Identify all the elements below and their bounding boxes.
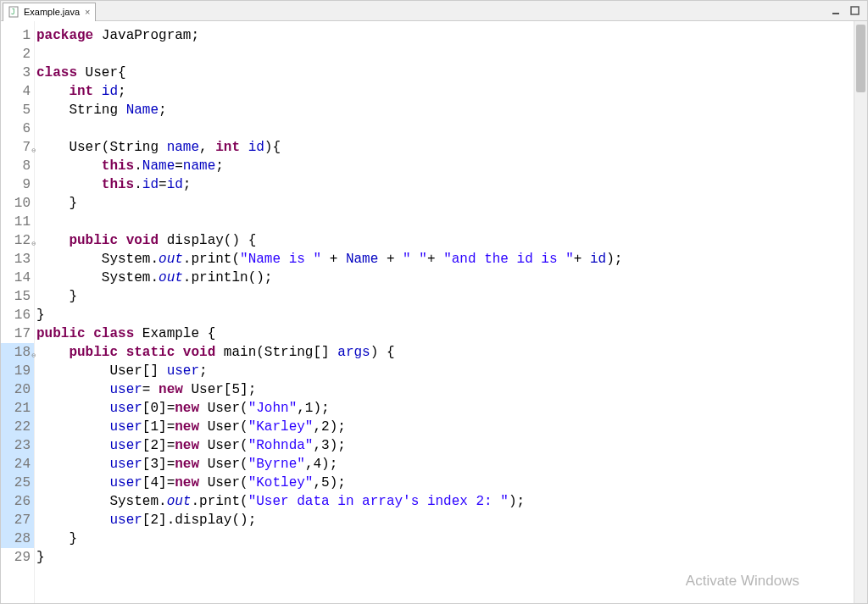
line-number: 19 xyxy=(1,362,34,380)
line-number: 16 xyxy=(1,306,34,324)
code-line[interactable]: } xyxy=(36,529,854,548)
code-line[interactable]: this.id=id; xyxy=(36,175,854,194)
line-number: 8 xyxy=(1,157,34,175)
line-number: 28 xyxy=(1,529,34,548)
code-line[interactable]: public static void main(String[] args) { xyxy=(36,343,854,362)
close-icon[interactable]: × xyxy=(83,7,92,17)
code-line[interactable]: user[0]=new User("John",1); xyxy=(36,399,854,418)
line-number: 20 xyxy=(1,380,34,399)
line-number: 22 xyxy=(1,418,34,436)
minimize-button[interactable] xyxy=(830,5,843,17)
java-file-icon: J xyxy=(8,6,20,18)
code-line[interactable]: public class Example { xyxy=(36,324,854,343)
line-number-gutter: 1234567⊖89101112⊖131415161718⊖1920212223… xyxy=(1,21,35,603)
code-line[interactable]: System.out.print("Name is " + Name + " "… xyxy=(36,250,854,269)
code-line[interactable]: user[2].display(); xyxy=(36,511,854,529)
line-number: 6 xyxy=(1,119,34,138)
code-line[interactable]: } xyxy=(36,194,854,213)
line-number: 27 xyxy=(1,511,34,529)
code-line[interactable]: user[4]=new User("Kotley",5); xyxy=(36,474,854,492)
editor-area: 1234567⊖89101112⊖131415161718⊖1920212223… xyxy=(1,21,867,603)
code-line[interactable]: user[1]=new User("Karley",2); xyxy=(36,418,854,436)
svg-text:J: J xyxy=(11,8,15,16)
code-line[interactable]: user[3]=new User("Byrne",4); xyxy=(36,455,854,474)
line-number: 9 xyxy=(1,175,34,194)
line-number: 29 xyxy=(1,548,34,567)
svg-rect-2 xyxy=(832,13,839,14)
tab-label: Example.java xyxy=(24,7,80,17)
line-number: 7⊖ xyxy=(1,138,34,157)
code-editor[interactable]: package JavaProgram; class User{ int id;… xyxy=(35,21,854,603)
maximize-button[interactable] xyxy=(849,5,862,17)
line-number: 15 xyxy=(1,287,34,306)
line-number: 18⊖ xyxy=(1,343,34,362)
line-number: 2 xyxy=(1,45,34,64)
line-number: 17 xyxy=(1,324,34,343)
code-line[interactable]: user[2]=new User("Rohnda",3); xyxy=(36,436,854,455)
code-line[interactable]: System.out.print("User data in array's i… xyxy=(36,492,854,511)
line-number: 1 xyxy=(1,26,34,45)
code-line[interactable]: String Name; xyxy=(36,101,854,119)
vertical-scrollbar[interactable] xyxy=(854,21,867,603)
line-number: 4 xyxy=(1,82,34,101)
window-controls xyxy=(830,5,867,17)
code-line[interactable]: this.Name=name; xyxy=(36,157,854,175)
code-line[interactable]: user= new User[5]; xyxy=(36,380,854,399)
code-line[interactable]: User[] user; xyxy=(36,362,854,380)
editor-tab[interactable]: J Example.java × xyxy=(3,3,96,21)
line-number: 25 xyxy=(1,474,34,492)
line-number: 3 xyxy=(1,64,34,82)
line-number: 13 xyxy=(1,250,34,269)
line-number: 12⊖ xyxy=(1,231,34,250)
line-number: 24 xyxy=(1,455,34,474)
line-number: 11 xyxy=(1,213,34,231)
line-number: 14 xyxy=(1,269,34,287)
code-line[interactable]: } xyxy=(36,287,854,306)
code-line[interactable]: User(String name, int id){ xyxy=(36,138,854,157)
line-number: 23 xyxy=(1,436,34,455)
code-line[interactable]: public void display() { xyxy=(36,231,854,250)
code-line[interactable]: System.out.println(); xyxy=(36,269,854,287)
line-number: 26 xyxy=(1,492,34,511)
line-number: 5 xyxy=(1,101,34,119)
code-line[interactable]: } xyxy=(36,306,854,324)
line-number: 10 xyxy=(1,194,34,213)
line-number: 21 xyxy=(1,399,34,418)
code-line[interactable] xyxy=(36,45,854,64)
code-line[interactable]: } xyxy=(36,548,854,567)
svg-rect-3 xyxy=(851,7,859,14)
code-line[interactable]: package JavaProgram; xyxy=(36,26,854,45)
code-line[interactable] xyxy=(36,213,854,231)
tab-bar: J Example.java × xyxy=(1,1,867,21)
code-line[interactable]: int id; xyxy=(36,82,854,101)
code-line[interactable] xyxy=(36,119,854,138)
code-line[interactable]: class User{ xyxy=(36,64,854,82)
scrollbar-thumb[interactable] xyxy=(856,25,865,92)
